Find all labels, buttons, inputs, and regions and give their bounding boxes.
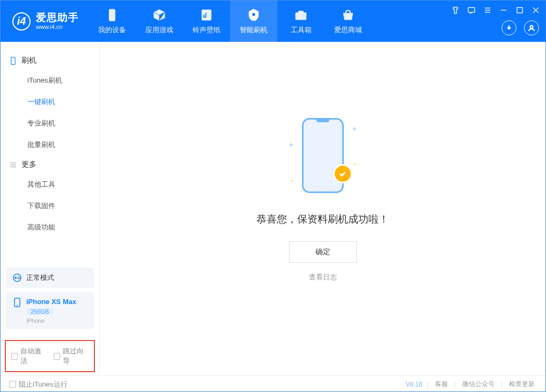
group-label: 更多 [21, 160, 36, 169]
sidebar-item-itunes-flash[interactable]: iTunes刷机 [1, 70, 99, 91]
flash-icon [247, 8, 261, 22]
close-button[interactable] [532, 6, 540, 14]
sidebar-item-advanced[interactable]: 高级功能 [1, 217, 99, 238]
svg-point-2 [252, 12, 256, 16]
tab-my-device[interactable]: 我的设备 [88, 1, 136, 42]
group-label: 刷机 [21, 56, 36, 65]
svg-rect-6 [468, 8, 475, 12]
shirt-icon[interactable] [451, 6, 460, 14]
app-title: 爱思助手 [36, 12, 79, 24]
tab-toolbox[interactable]: 工具箱 [277, 1, 324, 42]
user-icon[interactable] [524, 20, 539, 35]
device-panel: 正常模式 iPhone XS Max 256GB iPhone [6, 268, 94, 334]
app-logo: i4 爱思助手 www.i4.cn [1, 1, 88, 42]
menu-icon[interactable] [483, 6, 492, 14]
footer-left: 阻止iTunes运行 [9, 380, 68, 389]
window-controls [451, 6, 540, 14]
ok-button[interactable]: 确定 [289, 241, 357, 263]
tab-apps-games[interactable]: 应用游戏 [136, 1, 183, 42]
shop-icon [341, 8, 355, 22]
checkbox-label: 自动激活 [20, 346, 46, 366]
svg-rect-3 [296, 12, 306, 19]
tab-label: 应用游戏 [145, 25, 173, 35]
list-icon [9, 161, 17, 169]
tab-smart-flash[interactable]: 智能刷机 [230, 1, 277, 42]
sidebar-item-pro-flash[interactable]: 专业刷机 [1, 113, 99, 134]
tab-label: 铃声壁纸 [193, 25, 220, 35]
checkbox-skip-wizard[interactable]: 跳过向导 [54, 346, 88, 366]
checkbox-icon [9, 381, 16, 388]
device-mode-label: 正常模式 [26, 273, 54, 283]
wechat-link[interactable]: 微信公众号 [460, 380, 497, 389]
app-header: i4 爱思助手 www.i4.cn 我的设备 应用游戏 铃声壁纸 智能刷机 工具… [1, 1, 545, 42]
checkbox-label: 跳过向导 [63, 346, 88, 366]
sparkle-icon: + [353, 161, 357, 167]
checkbox-icon [54, 353, 60, 360]
device-storage: 256GB [26, 308, 53, 315]
device-type: iPhone [26, 317, 76, 324]
svg-point-20 [14, 277, 17, 279]
success-check-icon [333, 164, 352, 183]
svg-point-14 [530, 26, 533, 28]
device-info-row[interactable]: iPhone XS Max 256GB iPhone [6, 292, 94, 329]
checkbox-block-itunes[interactable]: 阻止iTunes运行 [9, 380, 68, 389]
app-body: 刷机 iTunes刷机 一键刷机 专业刷机 批量刷机 更多 其他工具 下载固件 … [1, 42, 545, 375]
tab-label: 我的设备 [98, 25, 126, 35]
success-message: 恭喜您，保资料刷机成功啦！ [256, 212, 389, 226]
device-icon [105, 8, 119, 22]
svg-point-21 [18, 277, 20, 279]
nav-tabs: 我的设备 应用游戏 铃声壁纸 智能刷机 工具箱 爱思商城 [88, 1, 372, 42]
sidebar-item-one-click-flash[interactable]: 一键刷机 [1, 91, 99, 113]
svg-point-23 [17, 305, 18, 306]
svg-rect-15 [11, 57, 16, 64]
svg-rect-5 [296, 15, 306, 16]
sparkle-icon: ✦ [288, 140, 294, 149]
feedback-icon[interactable] [467, 6, 476, 14]
separator: | [427, 381, 429, 388]
device-phone-icon [12, 298, 22, 307]
toolbox-icon [294, 8, 308, 22]
checkbox-auto-activate[interactable]: 自动激活 [11, 346, 46, 366]
maximize-button[interactable] [515, 6, 524, 14]
sidebar-item-batch-flash[interactable]: 批量刷机 [1, 134, 99, 156]
checkbox-label: 阻止iTunes运行 [19, 380, 68, 389]
minimize-button[interactable] [499, 6, 508, 14]
phone-outline-icon [9, 57, 17, 65]
tab-store[interactable]: 爱思商城 [324, 1, 372, 42]
separator: | [454, 381, 456, 388]
sparkle-icon: ✦ [351, 124, 358, 133]
mode-icon [12, 273, 22, 283]
cube-icon [152, 8, 166, 22]
svg-rect-4 [299, 11, 304, 13]
download-icon[interactable] [501, 20, 517, 35]
music-icon [200, 8, 213, 22]
app-subtitle: www.i4.cn [36, 24, 79, 30]
sidebar-group-flash: 刷机 [1, 51, 99, 70]
sidebar: 刷机 iTunes刷机 一键刷机 专业刷机 批量刷机 更多 其他工具 下载固件 … [1, 42, 100, 375]
footer-right: V8.16 | 客服 | 微信公众号 | 检查更新 [405, 380, 537, 389]
footer: 阻止iTunes运行 V8.16 | 客服 | 微信公众号 | 检查更新 [1, 375, 545, 392]
sparkle-icon: ✦ [290, 179, 294, 183]
svg-rect-11 [517, 8, 522, 13]
separator: | [501, 381, 503, 388]
tab-label: 爱思商城 [334, 25, 362, 35]
sidebar-item-download-firmware[interactable]: 下载固件 [1, 195, 99, 217]
check-update-link[interactable]: 检查更新 [507, 380, 537, 389]
svg-rect-0 [109, 9, 115, 21]
device-name: iPhone XS Max [26, 298, 76, 306]
view-log-link[interactable]: 查看日志 [309, 272, 337, 282]
logo-icon: i4 [12, 12, 31, 31]
sidebar-group-more: 更多 [1, 156, 99, 174]
header-action-icons [501, 20, 539, 35]
sidebar-item-other-tools[interactable]: 其他工具 [1, 174, 99, 195]
checkbox-icon [11, 353, 18, 360]
success-illustration: ✦ ✦ ✦ + [288, 114, 358, 199]
support-link[interactable]: 客服 [433, 380, 450, 389]
device-mode-row[interactable]: 正常模式 [6, 268, 94, 288]
version-label: V8.16 [405, 381, 422, 388]
main-content: ✦ ✦ ✦ + 恭喜您，保资料刷机成功啦！ 确定 查看日志 [100, 42, 545, 375]
svg-rect-1 [202, 10, 211, 20]
tab-label: 工具箱 [291, 25, 312, 35]
options-highlight-box: 自动激活 跳过向导 [5, 340, 95, 372]
tab-ringtones-wallpapers[interactable]: 铃声壁纸 [183, 1, 230, 42]
